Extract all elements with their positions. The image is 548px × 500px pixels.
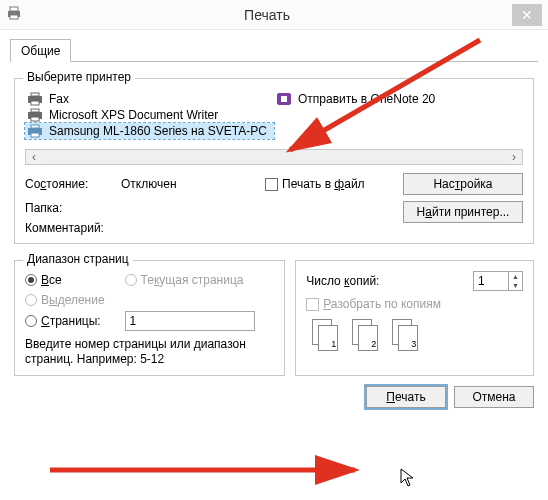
- collate-label: Разобрать по копиям: [323, 297, 441, 311]
- radio-selection-label: Выделение: [41, 293, 105, 307]
- titlebar: Печать ✕: [0, 0, 548, 30]
- collate-sample: 11 22 33: [306, 319, 523, 353]
- printer-icon: [27, 92, 43, 106]
- copies-value: 1: [474, 272, 508, 290]
- printer-name: Samsung ML-1860 Series на SVETA-PC: [49, 124, 267, 138]
- printer-icon: [27, 124, 43, 138]
- pages-input[interactable]: [125, 311, 255, 331]
- svg-rect-13: [281, 96, 287, 102]
- collate-checkbox[interactable]: Разобрать по копиям: [306, 297, 523, 311]
- printer-name: Отправить в OneNote 20: [298, 92, 435, 106]
- svg-rect-4: [31, 93, 39, 96]
- status-location-label: Папка:: [25, 201, 117, 215]
- radio-current-page: Текущая страница: [125, 273, 275, 287]
- svg-rect-7: [31, 109, 39, 112]
- svg-rect-11: [31, 133, 39, 137]
- close-button[interactable]: ✕: [512, 4, 542, 26]
- scroll-left-arrow[interactable]: ‹: [26, 150, 42, 164]
- checkbox-box: [306, 298, 319, 311]
- svg-rect-10: [31, 125, 39, 128]
- radio-all-label: Все: [41, 273, 62, 287]
- print-to-file-checkbox[interactable]: Печать в файл: [265, 177, 399, 191]
- tabstrip: Общие: [0, 30, 548, 62]
- group-page-range-legend: Диапазон страниц: [23, 252, 133, 266]
- radio-all[interactable]: Все: [25, 273, 105, 287]
- dialog-footer: Печать Отмена: [0, 376, 548, 418]
- printer-item-samsung[interactable]: Samsung ML-1860 Series на SVETA-PC: [25, 123, 274, 139]
- print-to-file-label: Печать в файл: [282, 177, 365, 191]
- printer-name: Fax: [49, 92, 69, 106]
- printer-item-msxps[interactable]: Microsoft XPS Document Writer: [25, 107, 274, 123]
- spin-up[interactable]: ▲: [509, 272, 522, 281]
- radio-current-label: Текущая страница: [141, 273, 244, 287]
- checkbox-box: [265, 178, 278, 191]
- status-state-value: Отключен: [121, 177, 261, 191]
- group-copies: . Число копий: 1 ▲▼ Разобрать по копиям …: [295, 260, 534, 376]
- scroll-right-arrow[interactable]: ›: [506, 150, 522, 164]
- copies-label: Число копий:: [306, 274, 379, 288]
- cursor-icon: [400, 468, 416, 488]
- radio-pages[interactable]: Страницы:: [25, 313, 105, 329]
- radio-pages-label: Страницы:: [41, 314, 101, 328]
- group-select-printer-legend: Выберите принтер: [23, 70, 135, 84]
- printer-name: Microsoft XPS Document Writer: [49, 108, 218, 122]
- window-title: Печать: [22, 7, 512, 23]
- copies-spinner[interactable]: 1 ▲▼: [473, 271, 523, 291]
- status-comment-label: Комментарий:: [25, 221, 117, 235]
- spin-down[interactable]: ▼: [509, 281, 522, 290]
- preferences-button[interactable]: Настройка: [403, 173, 523, 195]
- printer-item-onenote[interactable]: Отправить в OneNote 20: [274, 91, 523, 107]
- tab-general[interactable]: Общие: [10, 39, 71, 62]
- svg-rect-1: [10, 7, 18, 11]
- cancel-button[interactable]: Отмена: [454, 386, 534, 408]
- status-state-label: Состояние:: [25, 177, 117, 191]
- svg-rect-5: [31, 101, 39, 105]
- pages-hint: Введите номер страницы или диапазон стра…: [25, 337, 274, 367]
- printer-icon: [27, 108, 43, 122]
- find-printer-button[interactable]: Найти принтер...: [403, 201, 523, 223]
- radio-selection: Выделение: [25, 293, 105, 307]
- print-button[interactable]: Печать: [366, 386, 446, 408]
- svg-rect-2: [10, 15, 18, 19]
- group-page-range: Диапазон страниц Все Текущая страница Вы…: [14, 260, 285, 376]
- printer-icon: [6, 6, 22, 23]
- svg-rect-8: [31, 117, 39, 121]
- printer-item-fax[interactable]: Fax: [25, 91, 274, 107]
- onenote-icon: [276, 92, 292, 106]
- printer-list-scrollbar[interactable]: ‹ ›: [25, 149, 523, 165]
- group-select-printer: Выберите принтер Fax Microsoft XPS Docum…: [14, 78, 534, 244]
- printer-list[interactable]: Fax Microsoft XPS Document Writer Samsun…: [25, 89, 523, 143]
- scroll-track[interactable]: [42, 150, 506, 164]
